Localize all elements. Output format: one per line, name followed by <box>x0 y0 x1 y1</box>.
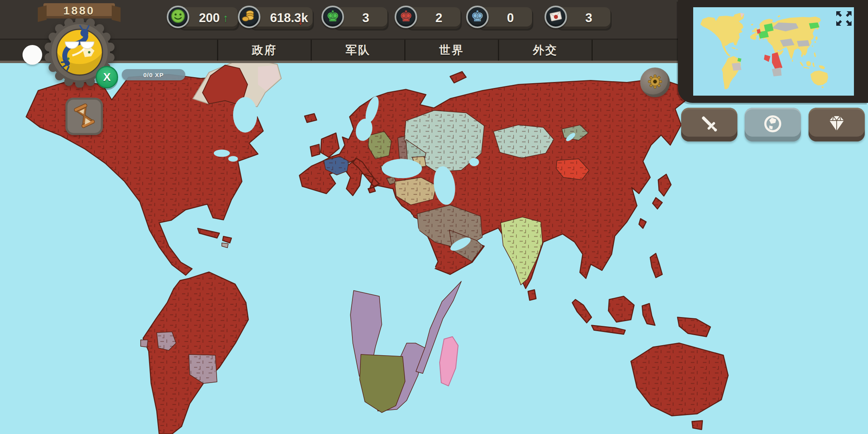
red-crown-icon: ♚ <box>399 9 412 24</box>
sword-icon <box>699 113 720 136</box>
tab-world[interactable]: 世界 <box>404 40 498 61</box>
crowns-green-value: 3 <box>362 11 369 25</box>
letter-icon <box>548 8 564 26</box>
gear-icon <box>647 74 663 91</box>
expand-icon[interactable] <box>836 11 852 26</box>
xp-progress-label: 0/0 XP <box>143 72 164 78</box>
tab-government[interactable]: 政府 <box>217 40 311 61</box>
tab-military[interactable]: 军队 <box>311 40 404 61</box>
crowns-blue-value: 0 <box>507 11 514 25</box>
crowns-red-value: 2 <box>435 11 442 25</box>
coins-icon <box>241 8 257 26</box>
green-crown-icon: ♚ <box>326 9 339 24</box>
messages-value: 3 <box>585 11 592 25</box>
year-label: 1880 <box>63 4 95 17</box>
happiness-value: 200 <box>199 11 220 25</box>
xp-button[interactable]: X <box>96 66 118 88</box>
tab-diplomacy[interactable]: 外交 <box>498 40 593 61</box>
xp-button-label: X <box>103 71 111 84</box>
nav-tabs: 政府 军队 世界 外交 <box>217 40 593 61</box>
premium-button[interactable] <box>809 108 865 141</box>
minimap-panel <box>678 0 868 103</box>
year-banner: 1880 <box>43 3 115 18</box>
globe-icon <box>762 113 783 136</box>
blue-crown-icon: ♚ <box>471 9 484 24</box>
hourglass-icon <box>72 103 97 130</box>
world-button[interactable] <box>745 108 801 141</box>
minimap[interactable] <box>693 7 854 96</box>
war-button[interactable] <box>681 108 737 141</box>
smiley-icon <box>170 8 186 25</box>
trend-down-icon: ↓ <box>298 15 303 27</box>
time-speed-button[interactable] <box>66 98 103 135</box>
world-map[interactable] <box>0 60 868 434</box>
minimap-greenland <box>731 13 744 22</box>
diamond-icon <box>825 113 848 136</box>
game-screen: 政府 军队 世界 外交 200↑ 618.3k↓ 3 ♚ 2 ♚ 0 ♚ 3 <box>0 0 868 434</box>
trend-up-icon: ↑ <box>223 12 229 25</box>
map-gear-button[interactable] <box>640 68 670 97</box>
white-circle-button[interactable] <box>23 45 42 65</box>
xp-progress-bar: 0/0 XP <box>122 69 185 80</box>
